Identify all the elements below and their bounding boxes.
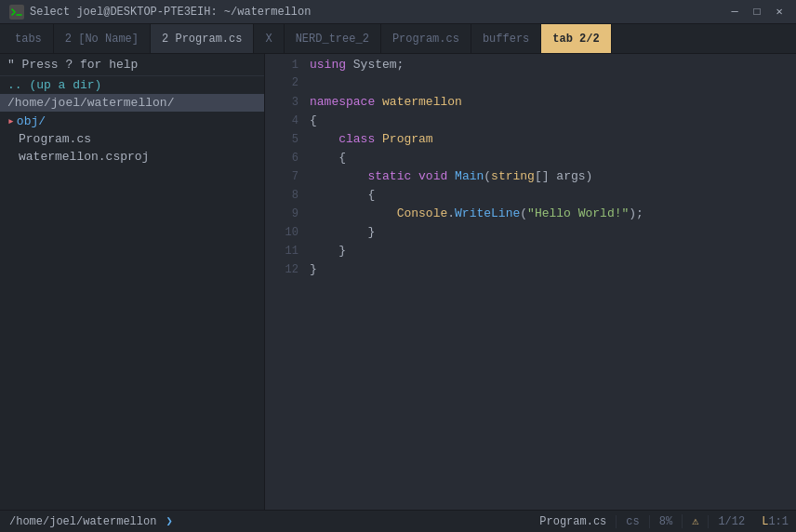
dir-arrow-icon: ▸ [7,114,15,128]
sidebar-item-parent[interactable]: .. (up a dir) [0,76,264,94]
titlebar-controls: ─ □ ✕ [727,5,787,20]
sidebar-item-csproj[interactable]: watermellon.csproj [0,148,264,166]
tab-x[interactable]: X [254,24,284,53]
tab-no-name[interactable]: 2 [No Name] [54,24,151,53]
sidebar-item-obj[interactable]: ▸obj/ [0,112,264,130]
code-area[interactable]: 1 using System; 2 3 namespace watermello… [265,54,796,510]
status-col: L1:1 [754,515,796,528]
status-filetype: cs [616,515,648,528]
close-button[interactable]: ✕ [772,5,787,20]
sidebar-item-root[interactable]: /home/joel/watermellon/ [0,94,264,112]
statusbar-left: /home/joel/watermellon ❯ [0,514,180,528]
code-line-1: 1 using System; [265,58,796,76]
status-line-position: 1/12 [708,515,754,528]
sidebar-item-program-cs[interactable]: Program.cs [0,130,264,148]
editor[interactable]: 1 using System; 2 3 namespace watermello… [265,54,796,510]
code-line-5: 5 class Program [265,132,796,151]
titlebar-left: Select joel@DESKTOP-PTE3EIH: ~/watermell… [9,5,311,20]
statusbar: /home/joel/watermellon ❯ Program.cs cs 8… [0,510,796,532]
titlebar-title: Select joel@DESKTOP-PTE3EIH: ~/watermell… [30,6,311,19]
status-scroll: 8% [649,515,682,528]
code-line-2: 2 [265,76,796,95]
code-line-8: 8 { [265,188,796,206]
statusbar-right: Program.cs cs 8% ⚠ 1/12 L1:1 [530,514,796,528]
status-filename: Program.cs [530,515,616,528]
statusbar-arrow-icon: ❯ [166,514,179,528]
code-line-11: 11 } [265,244,796,262]
terminal-icon [9,5,24,20]
titlebar: Select joel@DESKTOP-PTE3EIH: ~/watermell… [0,0,796,24]
code-line-7: 7 static void Main(string[] args) [265,169,796,188]
code-line-6: 6 { [265,151,796,169]
minimize-button[interactable]: ─ [727,5,742,20]
code-line-12: 12 } [265,262,796,281]
main-content: " Press ? for help .. (up a dir) /home/j… [0,54,796,510]
tab-current[interactable]: tab 2/2 [541,24,611,53]
tab-tabs[interactable]: tabs [4,24,54,53]
sidebar-hint: " Press ? for help [0,54,264,76]
tabbar: tabs 2 [No Name] 2 Program.cs X NERD_tre… [0,24,796,54]
tab-program-cs-2[interactable]: 2 Program.cs [151,24,254,53]
tab-buffers[interactable]: buffers [471,24,541,53]
maximize-button[interactable]: □ [750,5,764,20]
tab-nerd-tree[interactable]: NERD_tree_2 [285,24,381,53]
sidebar-content[interactable]: .. (up a dir) /home/joel/watermellon/ ▸o… [0,76,264,510]
code-line-10: 10 } [265,225,796,244]
tab-program-cs[interactable]: Program.cs [381,24,471,53]
sidebar: " Press ? for help .. (up a dir) /home/j… [0,54,265,510]
status-warning-icon: ⚠ [682,514,708,528]
svg-rect-0 [9,5,24,20]
code-line-4: 4 { [265,113,796,132]
code-line-9: 9 Console.WriteLine("Hello World!"); [265,206,796,225]
code-line-3: 3 namespace watermellon [265,95,796,113]
statusbar-path: /home/joel/watermellon [0,515,166,528]
